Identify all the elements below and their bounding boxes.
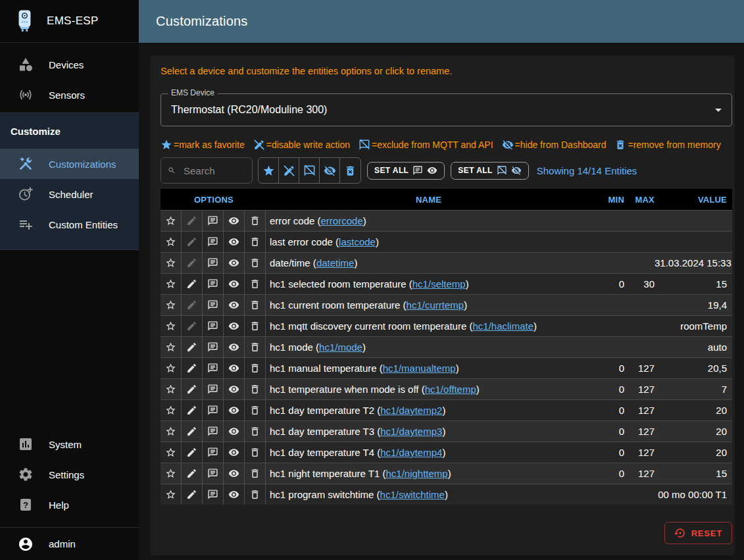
search-box[interactable] [161,157,253,184]
rename-edit-button[interactable] [182,211,203,231]
table-row[interactable]: error code (errorcode) [161,210,732,231]
favorite-button[interactable] [161,211,182,231]
mqtt-exclude-button[interactable] [203,295,224,315]
mqtt-exclude-button[interactable] [203,442,224,463]
entity-shortname-link[interactable]: hc1/mode [319,342,362,353]
mqtt-exclude-button[interactable] [203,484,224,505]
entity-shortname-link[interactable]: datetime [316,257,355,268]
rename-edit-button[interactable] [182,442,203,463]
remove-memory-button[interactable] [245,232,266,252]
table-row[interactable]: hc1 current room temperature (hc1/currte… [161,294,732,315]
hide-dashboard-button[interactable] [224,400,245,420]
sidebar-item-scheduler[interactable]: Scheduler [0,179,139,209]
favorite-button[interactable] [161,358,182,378]
table-row[interactable]: hc1 program switchtime (hc1/switchtime) … [161,484,732,505]
ems-device-select[interactable]: EMS Device Thermostat (RC20/Moduline 300… [161,93,732,126]
entity-shortname-link[interactable]: hc1/daytemp3 [380,426,442,437]
favorite-button[interactable] [161,253,182,273]
column-header-value[interactable]: VALUE [655,195,732,205]
favorite-button[interactable] [161,295,182,315]
table-row[interactable]: hc1 day temperature T3 (hc1/daytemp3) 0 … [161,420,732,442]
search-input[interactable] [182,165,245,177]
rename-edit-button[interactable] [182,484,203,505]
entity-shortname-link[interactable]: errorcode [321,215,363,226]
remove-memory-button[interactable] [245,295,266,315]
remove-memory-button[interactable] [245,358,266,378]
sidebar-item-system[interactable]: System [0,429,139,459]
remove-memory-button[interactable] [245,463,266,484]
remove-memory-button[interactable] [245,211,266,231]
remove-memory-button[interactable] [245,442,266,463]
remove-memory-button[interactable] [245,337,266,357]
entity-shortname-link[interactable]: hc1/nighttemp [385,468,447,479]
entity-shortname-link[interactable]: hc1/switchtime [380,489,445,500]
reset-button[interactable]: RESET [664,522,732,544]
table-row[interactable]: hc1 mqtt discovery current room temperat… [161,315,732,336]
table-row[interactable]: hc1 selected room temperature (hc1/selte… [161,273,732,294]
favorite-button[interactable] [161,442,182,463]
mqtt-exclude-button[interactable] [203,463,224,484]
mqtt-exclude-button[interactable] [203,337,224,357]
favorite-button[interactable] [161,337,182,357]
rename-edit-button[interactable] [182,295,203,315]
table-row[interactable]: hc1 day temperature T4 (hc1/daytemp4) 0 … [161,442,732,463]
hide-dashboard-button[interactable] [224,379,245,399]
rename-edit-button[interactable] [182,421,203,442]
entity-shortname-link[interactable]: hc1/seltemp [412,278,466,290]
table-row[interactable]: hc1 mode (hc1/mode) auto [161,336,732,357]
mqtt-exclude-button[interactable] [203,358,224,378]
entity-shortname-link[interactable]: hc1/daytemp2 [380,405,442,416]
rename-edit-button[interactable] [182,379,203,399]
mqtt-exclude-button[interactable] [203,379,224,399]
hide-dashboard-button[interactable] [224,337,245,357]
table-row[interactable]: hc1 night temperature T1 (hc1/nighttemp)… [161,463,732,484]
remove-memory-button[interactable] [245,421,266,442]
hide-dashboard-button[interactable] [224,232,245,252]
mqtt-exclude-button[interactable] [203,316,224,336]
set-all-visible-button[interactable]: SET ALL [367,162,445,180]
rename-edit-button[interactable] [182,358,203,378]
sidebar-item-devices[interactable]: Devices [0,49,139,80]
remove-memory-button[interactable] [245,379,266,399]
mqtt-exclude-button[interactable] [203,421,224,442]
entity-shortname-link[interactable]: hc1/manualtemp [383,363,456,374]
sidebar-user[interactable]: admin [0,527,139,560]
remove-memory-button[interactable] [245,316,266,336]
remove-memory-button[interactable] [245,253,266,273]
favorite-button[interactable] [161,484,182,505]
hidden-filter-toggle[interactable] [320,158,340,183]
favorite-button[interactable] [161,232,182,252]
table-row[interactable]: hc1 manual temperature (hc1/manualtemp) … [161,357,732,378]
favorite-button[interactable] [161,316,182,336]
hide-dashboard-button[interactable] [224,421,245,442]
rename-edit-button[interactable] [182,274,203,294]
sidebar-item-help[interactable]: Help [0,490,139,520]
remove-memory-button[interactable] [245,274,266,294]
rename-edit-button[interactable] [182,337,203,357]
rename-edit-button[interactable] [182,463,203,484]
favorite-button[interactable] [161,379,182,399]
sidebar-item-settings[interactable]: Settings [0,459,139,490]
column-header-name[interactable]: NAME [267,195,590,205]
mqtt-excluded-filter-toggle[interactable] [299,158,320,183]
entity-shortname-link[interactable]: hc1/haclimate [472,320,533,332]
entity-shortname-link[interactable]: hc1/currtemp [407,299,464,311]
rename-edit-button[interactable] [182,253,203,273]
table-row[interactable]: hc1 temperature when mode is off (hc1/of… [161,378,732,399]
hide-dashboard-button[interactable] [224,442,245,463]
remove-memory-button[interactable] [245,400,266,420]
hide-dashboard-button[interactable] [224,484,245,505]
remove-memory-button[interactable] [245,484,266,505]
entity-shortname-link[interactable]: hc1/daytemp4 [380,447,442,458]
mqtt-exclude-button[interactable] [203,274,224,294]
rename-edit-button[interactable] [182,400,203,420]
favorite-button[interactable] [161,463,182,484]
table-row[interactable]: last error code (lastcode) [161,231,732,252]
hide-dashboard-button[interactable] [224,253,245,273]
favorite-button[interactable] [161,400,182,420]
hide-dashboard-button[interactable] [224,274,245,294]
sidebar-item-sensors[interactable]: Sensors [0,80,139,110]
rename-edit-button[interactable] [182,316,203,336]
hide-dashboard-button[interactable] [224,295,245,315]
entity-shortname-link[interactable]: lastcode [339,236,376,247]
